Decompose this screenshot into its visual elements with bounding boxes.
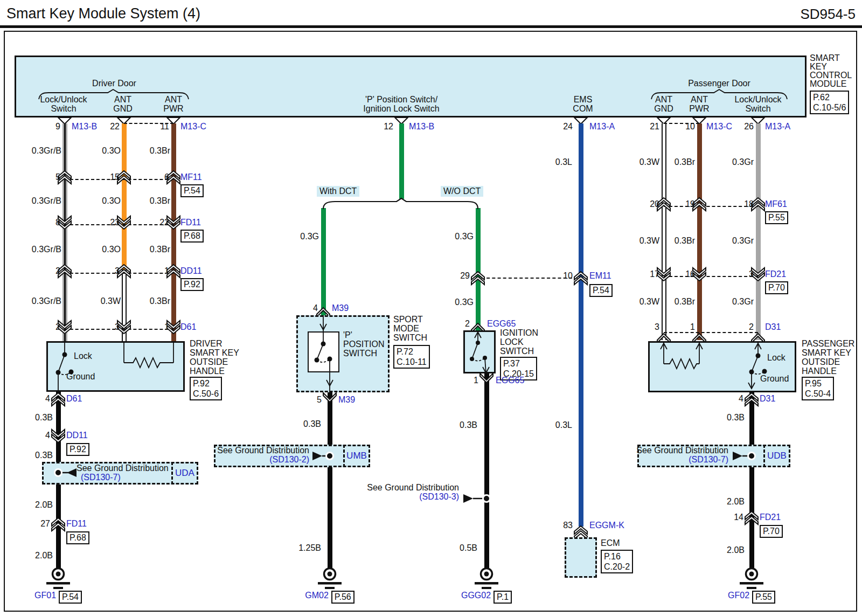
connector-chevron-down-icon (479, 373, 493, 384)
junction-dot-icon (324, 451, 335, 461)
connector-label: EGG65 (496, 376, 524, 385)
wire-gauge: 0.3O (102, 196, 121, 206)
connector-label: FD11 (180, 218, 201, 227)
pin-number: 1 (474, 376, 478, 385)
wire-pass-ground (749, 392, 754, 570)
wire-gauge: 0.3B (303, 419, 321, 429)
ground-label-row: GM02 P.56 (287, 591, 373, 604)
connector-chevron-up-icon (51, 392, 65, 406)
pin-number: 3 (749, 269, 754, 279)
ignition-switch-circuit-icon (463, 330, 496, 373)
wire-gauge: 0.3G (455, 297, 474, 307)
pin-number: 29 (460, 271, 470, 281)
junction-dot-icon (481, 493, 492, 504)
wire-sport-ground (328, 392, 332, 570)
pin-number: 22 (159, 218, 169, 227)
port-pass-lock: Lock/Unlock Switch (734, 95, 781, 113)
pin-number: 14 (734, 513, 743, 522)
ref-box: P.54 (589, 284, 613, 297)
callout-ref: (SD130-7) (81, 473, 121, 482)
driver-handle-name: DRIVER SMART KEY OUTSIDE HANDLE (190, 339, 239, 376)
pin-number: 8 (55, 218, 60, 227)
ground-label-row: GF01 P.54 (15, 591, 101, 604)
connector-label: FD21 (765, 269, 786, 279)
pin-number: 4 (45, 431, 50, 440)
connector-label: M13-C (706, 122, 732, 131)
pin-number: 5 (55, 172, 60, 182)
pin-number: 22 (110, 122, 120, 131)
connector-label: M13-A (765, 122, 790, 131)
wire-pass-ant-pwr (697, 123, 702, 340)
pin-number: 2 (749, 322, 754, 332)
pin-number: 2 (55, 266, 60, 276)
dashed-link (664, 332, 758, 333)
port-pass-ant-pwr: ANT PWR (689, 95, 709, 113)
ground-ref-box: P.1 (493, 591, 512, 604)
pin-number: 4 (739, 394, 743, 404)
connector-chevron-up-icon (51, 517, 65, 531)
callout-ref: (SD130-3) (419, 492, 459, 502)
wire-gauge: 0.3O (102, 146, 121, 156)
pin-number: 3 (655, 322, 659, 332)
connector-chevron-up-icon (471, 271, 485, 285)
ref-box: P.68 (180, 230, 204, 243)
page-code: SD954-5 (800, 6, 856, 22)
connector-label: D31 (760, 394, 775, 404)
pin-number: 15 (110, 172, 120, 182)
connector-label: M13-B (409, 122, 434, 131)
wire-gauge: 0.3B (35, 413, 53, 423)
connector-label: M39 (338, 395, 355, 405)
pin-number: 3 (115, 266, 120, 276)
passenger-handle-ref-box: P.95 C.50-4 (802, 377, 834, 400)
ecm-box (565, 537, 597, 578)
wire-gauge: 2.0B (35, 551, 53, 560)
pin-number: 6 (164, 172, 169, 182)
port-driver-lock: Lock/Unlock Switch (40, 95, 87, 113)
callout-tag: UDB (763, 451, 790, 461)
wire-center-main (399, 123, 404, 199)
pin-number: 24 (563, 122, 573, 131)
diagram-canvas: Smart Key Module System (4) SD954-5 SMAR… (0, 0, 862, 616)
pin-number: 10 (685, 122, 695, 131)
passenger-handle-circuit-icon (648, 341, 796, 392)
pin-number: 1 (690, 322, 695, 332)
ground-icon (474, 567, 499, 591)
connector-label: MF61 (765, 199, 787, 209)
port-pass-ant-gnd: ANT GND (654, 95, 673, 113)
wire-with-dct (321, 208, 326, 316)
ignition-lock-switch-label: IGNITION LOCK SWITCH (500, 328, 538, 356)
ground-icon (739, 567, 764, 591)
module-ref-box: P.62 C.10-5/6 (810, 91, 849, 114)
wire-wo-dct (476, 208, 481, 331)
sport-mode-switch-label: SPORT MODE SWITCH (393, 315, 427, 342)
connector-label: EGG65 (487, 319, 516, 329)
ground-ref-box: P.54 (59, 591, 82, 604)
switch-lock-label: Lock (767, 353, 785, 363)
dct-split-brace-icon (311, 198, 490, 209)
driver-handle-circuit-icon (46, 341, 185, 392)
p-position-switch-label: 'P' POSITION SWITCH (343, 330, 384, 358)
pin-number: 26 (744, 122, 754, 131)
wire-gauge: 0.3Br (150, 296, 170, 306)
connector-chevron-down-icon (323, 392, 337, 403)
wire-gauge: 0.3L (555, 157, 572, 167)
port-ems: EMS COM (573, 95, 593, 113)
connector-label: D31 (765, 322, 781, 332)
ref-box: P.54 (180, 184, 204, 197)
wire-gauge: 0.3W (639, 236, 659, 246)
wire-gauge: 0.3Br (675, 297, 695, 307)
wire-gauge: 0.3G (455, 232, 474, 241)
wire-gauge: 0.3W (639, 297, 659, 307)
wire-gauge: 0.3Gr/B (32, 296, 61, 306)
wire-gauge: 0.3Br (150, 245, 170, 254)
wire-gauge: 0.3Br (150, 196, 170, 206)
wire-gauge: 0.3O (102, 245, 121, 254)
wire-gauge: 2.0B (35, 500, 53, 510)
wire-gauge: 0.3Gr (732, 297, 754, 307)
connector-label: FD11 (66, 519, 87, 529)
connector-label: D61 (66, 394, 82, 404)
wire-gauge: 0.3Gr (732, 236, 754, 246)
sport-mode-switch-ref-box: P.72 C.10-11 (393, 345, 430, 369)
pin-number: 10 (563, 271, 573, 281)
wire-driver-ant-gnd (122, 123, 127, 269)
